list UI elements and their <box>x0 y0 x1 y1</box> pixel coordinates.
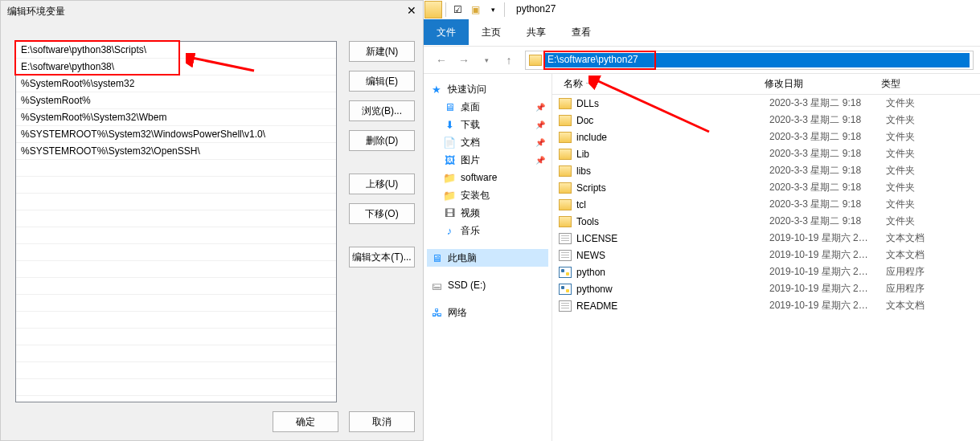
path-item[interactable] <box>16 345 336 362</box>
up-icon[interactable]: ↑ <box>499 51 519 70</box>
path-item[interactable] <box>16 177 336 194</box>
file-name: Scripts <box>576 182 765 194</box>
tree-music[interactable]: ♪音乐 <box>427 222 548 239</box>
address-text[interactable]: E:\software\python27 <box>545 53 970 67</box>
pin-icon: 📌 <box>535 138 545 147</box>
tab-view[interactable]: 查看 <box>559 19 604 45</box>
file-name: Doc <box>576 115 765 126</box>
path-item[interactable]: E:\software\python38\Scripts\ <box>16 42 336 59</box>
tree-downloads[interactable]: ⬇下载📌 <box>427 116 548 133</box>
properties-icon[interactable]: ☑ <box>450 2 465 17</box>
file-row[interactable]: NEWS2019-10-19 星期六 2…文本文档 <box>552 247 980 263</box>
file-row[interactable]: Lib2020-3-3 星期二 9:18文件夹 <box>552 145 980 162</box>
tree-ssd[interactable]: 🖴SSD (E:) <box>427 276 548 294</box>
tab-home[interactable]: 主页 <box>469 19 514 45</box>
file-type: 文件夹 <box>881 147 945 161</box>
folder-icon: 📁 <box>443 171 456 184</box>
file-icon <box>559 250 572 261</box>
path-item[interactable] <box>16 194 336 210</box>
edit-text-button[interactable]: 编辑文本(T)... <box>349 247 415 267</box>
path-item[interactable] <box>16 295 336 312</box>
tree-label: 视频 <box>461 206 480 220</box>
separator <box>504 2 505 17</box>
file-date: 2020-3-3 星期二 9:18 <box>765 147 881 161</box>
file-row[interactable]: Scripts2020-3-3 星期二 9:18文件夹 <box>552 179 980 196</box>
col-date[interactable]: 修改日期 <box>760 77 876 91</box>
file-row[interactable]: python2019-10-19 星期六 2…应用程序 <box>552 263 980 280</box>
file-date: 2020-3-3 星期二 9:18 <box>765 198 881 211</box>
tree-label: 网络 <box>448 306 467 320</box>
download-icon: ⬇ <box>443 118 456 131</box>
dialog-footer: 确定 取消 <box>264 411 415 432</box>
folder-icon <box>559 115 572 126</box>
move-down-button[interactable]: 下移(O) <box>349 203 415 224</box>
path-item[interactable]: %SystemRoot% <box>16 92 336 109</box>
file-date: 2020-3-3 星期二 9:18 <box>765 96 881 110</box>
path-item[interactable]: %SYSTEMROOT%\System32\OpenSSH\ <box>16 143 336 160</box>
tree-quick-access[interactable]: ★快速访问 <box>427 80 548 98</box>
path-item[interactable]: %SYSTEMROOT%\System32\WindowsPowerShell\… <box>16 126 336 143</box>
file-row[interactable]: Doc2020-3-3 星期二 9:18文件夹 <box>552 112 980 129</box>
back-icon[interactable]: ← <box>432 51 451 70</box>
address-bar[interactable]: E:\software\python27 <box>525 51 974 70</box>
path-item[interactable] <box>16 210 336 227</box>
tree-label: 桌面 <box>461 100 480 114</box>
col-type[interactable]: 类型 <box>876 77 941 91</box>
file-name: pythonw <box>576 284 765 295</box>
tree-desktop[interactable]: 🖥桌面📌 <box>427 98 548 116</box>
file-type: 文件夹 <box>881 181 945 194</box>
file-row[interactable]: DLLs2020-3-3 星期二 9:18文件夹 <box>552 95 980 112</box>
path-item[interactable] <box>16 312 336 329</box>
file-row[interactable]: LICENSE2019-10-19 星期六 2…文本文档 <box>552 230 980 247</box>
new-button[interactable]: 新建(N) <box>349 41 415 62</box>
tree-pictures[interactable]: 🖼图片📌 <box>427 151 548 169</box>
tree-label: 安装包 <box>461 189 490 202</box>
delete-button[interactable]: 删除(D) <box>349 130 415 151</box>
close-icon[interactable]: ✕ <box>407 4 416 17</box>
tree-software[interactable]: 📁software <box>427 169 548 186</box>
file-row[interactable]: README2019-10-19 星期六 2…文本文档 <box>552 297 980 314</box>
file-name: libs <box>576 165 765 177</box>
path-item[interactable] <box>16 362 336 379</box>
col-name[interactable]: 名称ˆ <box>559 77 760 91</box>
move-up-button[interactable]: 上移(U) <box>349 174 415 194</box>
tree-label: 快速访问 <box>448 83 486 96</box>
path-item[interactable]: %SystemRoot%\system32 <box>16 76 336 92</box>
file-icon <box>559 233 572 244</box>
tree-this-pc[interactable]: 🖥此电脑 <box>427 249 548 267</box>
tree-label: 此电脑 <box>448 251 477 265</box>
browse-button[interactable]: 浏览(B)... <box>349 100 415 121</box>
cancel-button[interactable]: 取消 <box>349 411 415 432</box>
chevron-down-icon[interactable]: ▾ <box>477 51 496 70</box>
col-label: 名称 <box>564 78 583 89</box>
file-row[interactable]: Tools2020-3-3 星期二 9:18文件夹 <box>552 213 980 230</box>
path-item[interactable]: E:\software\python38\ <box>16 59 336 76</box>
forward-icon[interactable]: → <box>454 51 474 70</box>
file-row[interactable]: include2020-3-3 星期二 9:18文件夹 <box>552 129 980 145</box>
tree-network[interactable]: 🖧网络 <box>427 304 548 321</box>
file-row[interactable]: libs2020-3-3 星期二 9:18文件夹 <box>552 162 980 179</box>
chevron-down-icon[interactable]: ▾ <box>486 2 500 17</box>
sort-caret-icon: ˆ <box>586 81 588 88</box>
path-item[interactable] <box>16 160 336 177</box>
path-item[interactable] <box>16 329 336 345</box>
ok-button[interactable]: 确定 <box>273 411 338 432</box>
edit-button[interactable]: 编辑(E) <box>349 71 415 92</box>
file-list: 名称ˆ 修改日期 类型 DLLs2020-3-3 星期二 9:18文件夹Doc2… <box>552 74 980 441</box>
tab-file[interactable]: 文件 <box>424 19 469 45</box>
tab-share[interactable]: 共享 <box>514 19 559 45</box>
path-list[interactable]: E:\software\python38\Scripts\ E:\softwar… <box>15 41 337 402</box>
path-item[interactable] <box>16 227 336 244</box>
file-row[interactable]: pythonw2019-10-19 星期六 2…应用程序 <box>552 280 980 297</box>
tree-documents[interactable]: 📄文档📌 <box>427 133 548 151</box>
path-item[interactable] <box>16 244 336 261</box>
tree-packages[interactable]: 📁安装包 <box>427 186 548 204</box>
tree-videos[interactable]: 🎞视频 <box>427 204 548 222</box>
file-row[interactable]: tcl2020-3-3 星期二 9:18文件夹 <box>552 196 980 213</box>
path-item[interactable] <box>16 379 336 396</box>
folder-icon[interactable] <box>424 1 442 18</box>
path-item[interactable] <box>16 278 336 295</box>
new-folder-icon[interactable]: ▣ <box>468 2 482 17</box>
path-item[interactable]: %SystemRoot%\System32\Wbem <box>16 109 336 126</box>
path-item[interactable] <box>16 261 336 278</box>
